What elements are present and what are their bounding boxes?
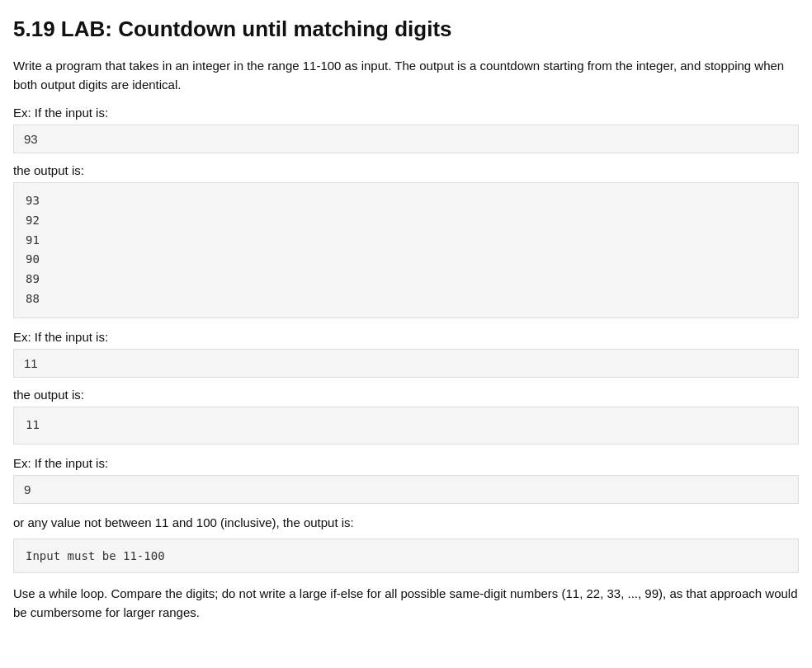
example2-output: 11 <box>13 407 799 445</box>
example3-note: or any value not between 11 and 100 (inc… <box>13 514 799 533</box>
example1-output: 93 92 91 90 89 88 <box>13 182 799 318</box>
example1-output-label: the output is: <box>13 163 799 177</box>
example2-label: Ex: If the input is: <box>13 330 799 344</box>
example3-input: 9 <box>13 475 799 504</box>
page-title: 5.19 LAB: Countdown until matching digit… <box>13 16 799 42</box>
footer-note: Use a while loop. Compare the digits; do… <box>13 585 799 622</box>
example3-output: Input must be 11-100 <box>13 539 799 573</box>
example2-output-label: the output is: <box>13 388 799 402</box>
example2-input: 11 <box>13 349 799 378</box>
description: Write a program that takes in an integer… <box>13 57 799 94</box>
example1-label: Ex: If the input is: <box>13 106 799 120</box>
example1-input: 93 <box>13 125 799 153</box>
example3-label: Ex: If the input is: <box>13 456 799 470</box>
